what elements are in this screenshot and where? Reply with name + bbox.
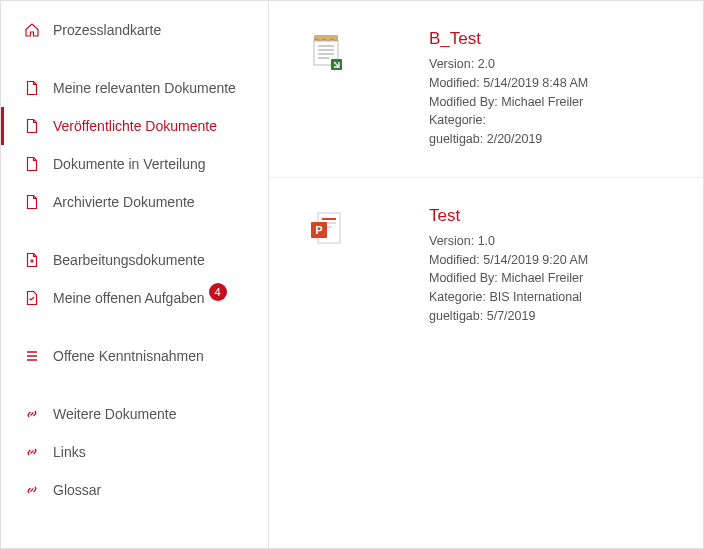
sidebar-item-aufgaben[interactable]: Meine offenen Aufgaben4 <box>1 279 268 317</box>
document-meta: Version: 1.0Modified: 5/14/2019 9:20 AMM… <box>429 232 588 326</box>
label-modified: Modified: <box>429 76 480 90</box>
document-type-icon <box>309 29 349 149</box>
value-version: 2.0 <box>478 57 495 71</box>
sidebar-item-links[interactable]: Links <box>1 433 268 471</box>
sidebar-item-label: Archivierte Dokumente <box>53 194 195 210</box>
task-icon <box>23 289 41 307</box>
sidebar-item-verteilung[interactable]: Dokumente in Verteilung <box>1 145 268 183</box>
sidebar-item-label: Meine offenen Aufgaben <box>53 290 205 306</box>
home-icon <box>23 21 41 39</box>
sidebar-item-label: Veröffentlichte Dokumente <box>53 118 217 134</box>
svg-text:P: P <box>315 224 322 236</box>
sidebar-item-label: Glossar <box>53 482 101 498</box>
value-modified: 5/14/2019 8:48 AM <box>483 76 588 90</box>
value-gueltigab: 5/7/2019 <box>487 309 536 323</box>
label-version: Version: <box>429 234 474 248</box>
value-modifiedby: Michael Freiler <box>501 271 583 285</box>
doc-icon <box>23 193 41 211</box>
sidebar-item-label: Links <box>53 444 86 460</box>
document-title[interactable]: B_Test <box>429 29 588 49</box>
list-icon <box>23 347 41 365</box>
doc-icon <box>23 117 41 135</box>
document-row: B_TestVersion: 2.0Modified: 5/14/2019 8:… <box>269 1 703 178</box>
value-modifiedby: Michael Freiler <box>501 95 583 109</box>
svg-rect-8 <box>322 218 336 220</box>
sidebar-item-label: Meine relevanten Dokumente <box>53 80 236 96</box>
sidebar-item-kenntnis[interactable]: Offene Kenntnisnahmen <box>1 337 268 375</box>
sidebar-item-veroeffentlichte[interactable]: Veröffentlichte Dokumente <box>1 107 268 145</box>
docplus-icon <box>23 251 41 269</box>
link-icon <box>23 481 41 499</box>
value-gueltigab: 2/20/2019 <box>487 132 543 146</box>
sidebar-item-label: Offene Kenntnisnahmen <box>53 348 204 364</box>
link-icon <box>23 443 41 461</box>
sidebar-item-archivierte[interactable]: Archivierte Dokumente <box>1 183 268 221</box>
badge: 4 <box>209 283 227 301</box>
document-meta: Version: 2.0Modified: 5/14/2019 8:48 AMM… <box>429 55 588 149</box>
sidebar-item-label: Weitere Dokumente <box>53 406 176 422</box>
value-modified: 5/14/2019 9:20 AM <box>483 253 588 267</box>
sidebar-item-bearbeitung[interactable]: Bearbeitungsdokumente <box>1 241 268 279</box>
doc-icon <box>23 155 41 173</box>
label-modifiedby: Modified By: <box>429 271 498 285</box>
label-kategorie: Kategorie: <box>429 290 486 304</box>
sidebar-item-label: Bearbeitungsdokumente <box>53 252 205 268</box>
document-row: PTestVersion: 1.0Modified: 5/14/2019 9:2… <box>269 178 703 354</box>
sidebar-item-label: Prozesslandkarte <box>53 22 161 38</box>
doc-icon <box>23 79 41 97</box>
sidebar: ProzesslandkarteMeine relevanten Dokumen… <box>1 1 269 548</box>
label-modifiedby: Modified By: <box>429 95 498 109</box>
sidebar-item-relevante[interactable]: Meine relevanten Dokumente <box>1 69 268 107</box>
link-icon <box>23 405 41 423</box>
value-version: 1.0 <box>478 234 495 248</box>
label-kategorie: Kategorie: <box>429 113 486 127</box>
document-title[interactable]: Test <box>429 206 588 226</box>
sidebar-item-glossar[interactable]: Glossar <box>1 471 268 509</box>
label-gueltigab: gueltigab: <box>429 309 483 323</box>
value-kategorie: BIS International <box>489 290 581 304</box>
sidebar-item-prozesslandkarte[interactable]: Prozesslandkarte <box>1 11 268 49</box>
label-gueltigab: gueltigab: <box>429 132 483 146</box>
sidebar-item-label: Dokumente in Verteilung <box>53 156 206 172</box>
document-info: B_TestVersion: 2.0Modified: 5/14/2019 8:… <box>429 29 588 149</box>
document-info: TestVersion: 1.0Modified: 5/14/2019 9:20… <box>429 206 588 326</box>
sidebar-item-weitere[interactable]: Weitere Dokumente <box>1 395 268 433</box>
label-modified: Modified: <box>429 253 480 267</box>
document-type-icon: P <box>309 206 349 326</box>
label-version: Version: <box>429 57 474 71</box>
document-list: B_TestVersion: 2.0Modified: 5/14/2019 8:… <box>269 1 703 548</box>
